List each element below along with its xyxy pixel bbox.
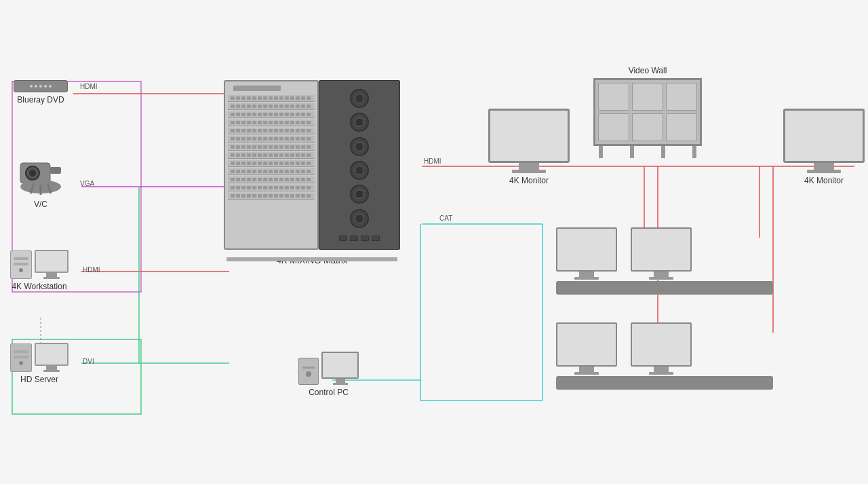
- bluray-device: Blueray DVD: [14, 80, 68, 105]
- desk-monitor-br: [631, 322, 692, 367]
- svg-rect-21: [50, 167, 61, 174]
- video-wall-top-label: Video Wall: [629, 66, 667, 75]
- server-label: HD Server: [20, 375, 58, 384]
- monitor-left-label: 4K Monitor: [509, 176, 549, 185]
- bluray-label: Blueray DVD: [17, 95, 64, 105]
- bluray-icon: [14, 80, 68, 92]
- cat-out-label: CAT: [439, 215, 452, 222]
- workstation-device: 4K Workstation: [10, 250, 68, 291]
- control-pc-label: Control PC: [309, 388, 349, 397]
- monitor-left-device: 4K Monitor: [488, 109, 570, 185]
- vc-conn-label: VGA: [80, 180, 94, 187]
- control-pc-tower-icon: [298, 358, 319, 385]
- monitor-left-icon: [488, 109, 570, 163]
- control-pc-monitor-icon: [321, 352, 359, 379]
- workstation-label: 4K Workstation: [12, 282, 66, 291]
- matrix-device: 4K MIXING Matrix: [224, 80, 400, 265]
- video-wall-device: Video Wall: [593, 63, 702, 158]
- video-wall-icon: [593, 78, 702, 146]
- workstation-conn-label: HDMI: [83, 266, 100, 274]
- monitor-right-device: 4K Monitor: [783, 109, 865, 185]
- server-device: HD Server: [10, 343, 68, 384]
- hdmi-out-label: HDMI: [424, 157, 441, 165]
- monitor-right-label: 4K Monitor: [804, 176, 844, 185]
- server-monitor-icon: [35, 343, 68, 366]
- desk-top-area: [556, 227, 773, 295]
- monitor-right-icon: [783, 109, 865, 163]
- svg-point-20: [29, 170, 36, 176]
- matrix-rack-icon: [224, 80, 319, 250]
- desk-monitor-bl: [556, 322, 617, 367]
- vc-label: V/C: [34, 200, 47, 209]
- desk-bottom-area: [556, 322, 773, 390]
- control-pc-device: Control PC: [298, 352, 359, 397]
- desk-monitor-tl: [556, 227, 617, 272]
- workstation-tower-icon: [10, 250, 32, 279]
- bluray-conn-label: HDMI: [80, 83, 98, 90]
- diagram: Blueray DVD HDMI V/C VGA: [0, 0, 868, 484]
- workstation-monitor-icon: [35, 250, 68, 273]
- matrix-io-icon: [319, 80, 400, 250]
- server-conn-label: DVI: [83, 358, 94, 365]
- camera-icon: [14, 156, 68, 197]
- server-tower-icon: [10, 343, 32, 372]
- desk-monitor-tr: [631, 227, 692, 272]
- vc-device: V/C: [14, 156, 68, 209]
